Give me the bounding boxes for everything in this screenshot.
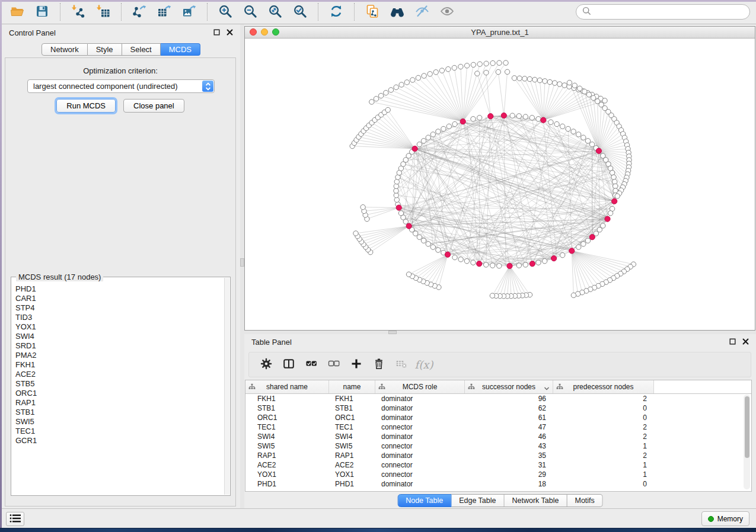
mcds-result-item[interactable]: PMA2 <box>15 351 224 360</box>
save-session-button[interactable] <box>30 2 55 22</box>
network-node[interactable] <box>399 82 404 87</box>
network-node[interactable] <box>394 193 398 198</box>
network-node[interactable] <box>582 89 587 94</box>
table-settings-button[interactable] <box>255 355 277 375</box>
network-node[interactable] <box>611 175 616 180</box>
show-graphics-details-button[interactable] <box>435 2 460 22</box>
export-image-button[interactable] <box>177 2 202 22</box>
network-node[interactable] <box>430 132 435 137</box>
network-hub-node[interactable] <box>412 146 417 151</box>
network-node[interactable] <box>398 211 403 216</box>
network-node[interactable] <box>404 80 409 85</box>
network-node[interactable] <box>562 83 567 88</box>
network-node[interactable] <box>477 116 482 120</box>
network-node[interactable] <box>613 184 618 188</box>
table-row[interactable]: SWI5SWI5connector431 <box>245 441 751 451</box>
network-node[interactable] <box>608 211 613 216</box>
window-maximize-light[interactable] <box>272 28 279 36</box>
network-node[interactable] <box>615 194 620 198</box>
mcds-result-item[interactable]: STP4 <box>15 303 224 313</box>
network-node[interactable] <box>436 248 441 252</box>
network-node[interactable] <box>361 205 365 210</box>
network-node[interactable] <box>527 76 532 81</box>
network-node[interactable] <box>430 245 435 249</box>
split-columns-button[interactable] <box>277 355 300 375</box>
panel-menu-button[interactable] <box>6 512 24 526</box>
tab-network[interactable]: Network <box>42 43 88 56</box>
network-node[interactable] <box>484 61 489 66</box>
network-node[interactable] <box>516 263 521 268</box>
network-node[interactable] <box>490 263 495 268</box>
search-input[interactable] <box>595 7 744 17</box>
network-node[interactable] <box>497 60 502 65</box>
network-node[interactable] <box>585 238 590 243</box>
table-row[interactable]: TEC1TEC1connector472 <box>245 422 751 432</box>
tab-style[interactable]: Style <box>88 43 122 56</box>
optimization-criterion-select[interactable]: largest connected component (undirected) <box>27 79 215 93</box>
network-node[interactable] <box>433 70 438 75</box>
network-node[interactable] <box>441 126 446 131</box>
network-hub-node[interactable] <box>605 216 610 222</box>
network-node[interactable] <box>353 231 358 236</box>
network-node[interactable] <box>422 73 426 78</box>
network-node[interactable] <box>566 126 570 131</box>
network-node[interactable] <box>452 121 457 126</box>
control-panel-float-button[interactable] <box>213 28 220 37</box>
zoom-in-button[interactable] <box>213 2 238 22</box>
network-node[interactable] <box>458 257 463 262</box>
network-hub-node[interactable] <box>541 117 546 123</box>
network-node[interactable] <box>471 62 476 67</box>
network-canvas[interactable] <box>245 38 755 330</box>
network-node[interactable] <box>602 98 607 103</box>
apply-preferred-layout-button[interactable] <box>324 2 349 22</box>
network-node[interactable] <box>536 260 541 265</box>
table-row[interactable]: ACE2ACE2connector311 <box>245 460 751 470</box>
column-header-predecessor-nodes[interactable]: predecessor nodes <box>553 380 654 393</box>
network-hub-node[interactable] <box>406 223 412 229</box>
table-row[interactable]: ORC1ORC1dominator610 <box>245 413 751 422</box>
mcds-result-item[interactable]: CAR1 <box>15 294 224 303</box>
network-node[interactable] <box>548 120 553 124</box>
network-node[interactable] <box>586 92 591 97</box>
network-node[interactable] <box>421 238 426 243</box>
tab-mcds[interactable]: MCDS <box>161 43 200 56</box>
network-node[interactable] <box>464 63 469 68</box>
run-mcds-button[interactable]: Run MCDS <box>56 99 116 113</box>
mcds-result-item[interactable]: FKH1 <box>15 360 224 370</box>
network-node[interactable] <box>571 129 576 134</box>
table-row[interactable]: STB1STB1dominator620 <box>245 403 751 413</box>
network-node[interactable] <box>536 117 541 121</box>
deselect-all-columns-button[interactable] <box>323 355 345 375</box>
network-node[interactable] <box>552 81 557 85</box>
network-node[interactable] <box>591 95 596 100</box>
network-hub-node[interactable] <box>612 198 617 204</box>
tab-motifs[interactable]: Motifs <box>567 494 602 507</box>
mcds-result-item[interactable]: RAP1 <box>15 398 224 408</box>
network-node[interactable] <box>613 180 617 184</box>
mcds-result-item[interactable]: STB5 <box>15 379 224 389</box>
network-node[interactable] <box>576 245 581 249</box>
network-node[interactable] <box>505 69 509 74</box>
network-node[interactable] <box>516 114 521 118</box>
search-box[interactable] <box>576 4 750 20</box>
network-node[interactable] <box>394 85 398 89</box>
network-node[interactable] <box>503 60 508 65</box>
mcds-result-item[interactable]: PHD1 <box>15 284 224 294</box>
network-node[interactable] <box>490 60 495 65</box>
mcds-result-item[interactable]: GCR1 <box>15 436 224 446</box>
zoom-selected-button[interactable] <box>288 2 312 22</box>
network-node[interactable] <box>417 235 422 239</box>
mcds-result-item[interactable]: SWI4 <box>15 332 224 341</box>
select-all-columns-button[interactable] <box>300 355 323 375</box>
network-node[interactable] <box>490 293 495 298</box>
network-node[interactable] <box>510 113 515 118</box>
network-node[interactable] <box>475 71 480 76</box>
column-header-successor-nodes[interactable]: successor nodes <box>465 380 553 393</box>
network-node[interactable] <box>496 69 500 74</box>
network-hub-node[interactable] <box>507 263 512 268</box>
table-panel-float-button[interactable] <box>729 338 736 347</box>
hide-graphics-details-button[interactable] <box>410 2 435 22</box>
network-node[interactable] <box>589 142 594 147</box>
network-node[interactable] <box>394 180 399 184</box>
network-node[interactable] <box>523 114 528 119</box>
